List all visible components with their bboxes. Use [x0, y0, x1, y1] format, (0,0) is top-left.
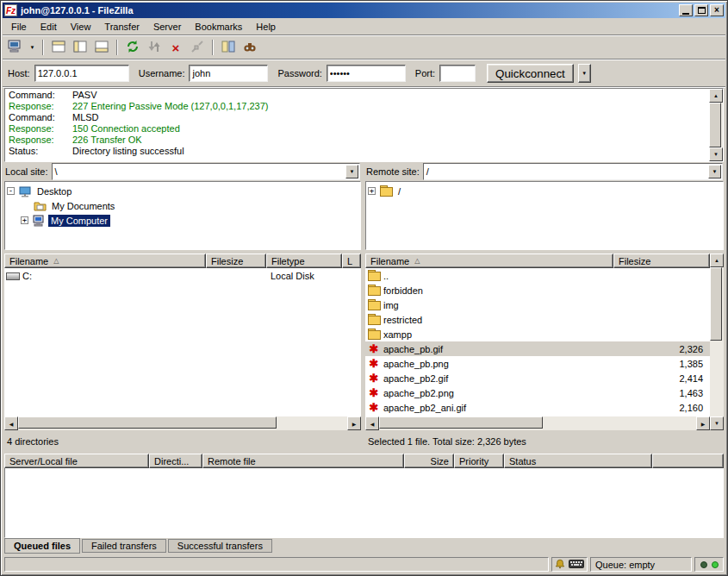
maximize-button[interactable] — [694, 4, 708, 16]
tab-successful-transfers[interactable]: Successful transfers — [168, 539, 272, 553]
quickconnect-dropdown-button[interactable]: ▼ — [578, 64, 591, 83]
scrollbar-track[interactable] — [18, 416, 347, 430]
list-item[interactable]: ✱apache_pb2.png1,463 — [365, 385, 710, 400]
column-header-lastmodified[interactable]: L — [342, 254, 361, 268]
disconnect-button[interactable] — [187, 38, 208, 57]
menu-bookmarks[interactable]: Bookmarks — [188, 20, 249, 34]
tree-item-root[interactable]: + / — [368, 184, 721, 198]
scroll-up-button[interactable]: ▲ — [710, 254, 724, 267]
expand-icon[interactable]: + — [21, 216, 28, 224]
port-label: Port: — [415, 68, 435, 78]
scrollbar-track[interactable] — [379, 416, 696, 430]
host-input[interactable] — [34, 65, 129, 82]
remote-site-label: Remote site: — [366, 166, 420, 177]
list-item[interactable]: forbidden — [365, 283, 710, 297]
list-item[interactable]: xampp — [365, 327, 710, 341]
tree-item-my-documents[interactable]: My Documents — [33, 198, 358, 213]
site-manager-button[interactable] — [5, 38, 26, 57]
scrollbar-thumb[interactable] — [710, 267, 722, 341]
scrollbar-track[interactable] — [710, 267, 724, 416]
list-item[interactable]: ✱apache_pb2.gif2,414 — [365, 371, 710, 385]
close-button[interactable]: × — [710, 4, 724, 16]
local-site-combobox[interactable]: \ ▼ — [52, 163, 360, 180]
list-item[interactable]: ✱apache_pb.png1,385 — [365, 356, 710, 371]
directory-comparison-button[interactable] — [218, 38, 239, 57]
log-scrollbar[interactable]: ▲ ▼ — [709, 89, 723, 161]
list-item[interactable]: .. — [365, 268, 710, 283]
scroll-down-button[interactable]: ▼ — [710, 416, 724, 430]
transfer-queue: Server/Local file Directi... Remote file… — [4, 454, 724, 538]
queue-toggle-button[interactable] — [91, 38, 112, 57]
column-header-filesize[interactable]: Filesize — [206, 254, 266, 268]
username-input[interactable] — [189, 65, 268, 82]
refresh-button[interactable] — [122, 38, 143, 57]
column-header-filename[interactable]: Filename△ — [365, 254, 613, 268]
password-input[interactable] — [327, 65, 406, 82]
port-input[interactable] — [439, 65, 476, 82]
scroll-left-button[interactable]: ◀ — [4, 416, 18, 430]
folder-icon — [367, 269, 381, 282]
scroll-down-button[interactable]: ▼ — [709, 147, 723, 161]
list-item[interactable]: restricted — [365, 312, 710, 327]
scroll-left-button[interactable]: ◀ — [365, 416, 379, 430]
column-header-filename[interactable]: Filename△ — [4, 254, 206, 268]
column-header-filesize[interactable]: Filesize — [613, 254, 710, 268]
tree-item-my-computer[interactable]: + My Computer — [21, 213, 358, 228]
site-manager-dropdown-button[interactable]: ▼ — [27, 38, 38, 57]
collapse-icon[interactable]: - — [7, 187, 15, 195]
tree-item-desktop[interactable]: - Desktop — [7, 184, 358, 198]
list-item[interactable]: C: Local Disk — [4, 268, 361, 283]
scroll-right-button[interactable]: ▶ — [696, 416, 710, 430]
menu-transfer[interactable]: Transfer — [97, 20, 146, 34]
column-header-priority[interactable]: Priority — [454, 454, 504, 468]
folder-icon — [367, 313, 381, 326]
list-item[interactable]: img — [365, 297, 710, 312]
list-item-selected[interactable]: ✱apache_pb.gif2,326 — [365, 341, 710, 356]
folder-icon — [379, 185, 393, 197]
scrollbar-thumb[interactable] — [709, 103, 721, 147]
scrollbar-track[interactable] — [709, 103, 723, 147]
statusbar-icons-panel — [551, 557, 588, 572]
list-item[interactable]: ✱apache_pb2_ani.gif2,160 — [365, 400, 710, 415]
combobox-dropdown-button[interactable]: ▼ — [708, 165, 721, 178]
documents-folder-icon — [33, 199, 47, 212]
column-header-status[interactable]: Status — [504, 454, 652, 468]
tab-failed-transfers[interactable]: Failed transfers — [82, 539, 166, 553]
menu-view[interactable]: View — [64, 20, 98, 34]
scrollbar-thumb[interactable] — [379, 416, 543, 429]
menu-file[interactable]: File — [4, 20, 34, 34]
cancel-button[interactable]: × — [165, 38, 186, 57]
expand-icon[interactable]: + — [368, 187, 376, 195]
tree-view-toggle-button[interactable] — [70, 38, 90, 57]
find-files-button[interactable] — [240, 38, 260, 57]
menu-edit[interactable]: Edit — [34, 20, 64, 34]
column-header-filetype[interactable]: Filetype — [266, 254, 342, 268]
filezilla-logo-icon: Fz — [4, 4, 17, 16]
quickconnect-button[interactable]: Quickconnect — [487, 64, 574, 83]
queue-body[interactable] — [4, 468, 724, 538]
tab-queued-files[interactable]: Queued files — [4, 538, 80, 554]
local-horizontal-scrollbar[interactable]: ◀ ▶ — [4, 416, 361, 430]
column-header-remote-file[interactable]: Remote file — [202, 454, 404, 468]
remote-site-combobox[interactable]: / ▼ — [423, 163, 723, 180]
remote-vertical-scrollbar[interactable]: ▲ ▼ — [710, 254, 724, 430]
process-queue-button[interactable] — [144, 38, 165, 57]
menu-server[interactable]: Server — [146, 20, 188, 34]
scroll-up-button[interactable]: ▲ — [709, 89, 723, 103]
message-log-toggle-button[interactable] — [48, 38, 69, 57]
combobox-dropdown-button[interactable]: ▼ — [345, 165, 358, 178]
column-header-server-local-file[interactable]: Server/Local file — [4, 454, 149, 468]
sort-ascending-icon: △ — [53, 257, 59, 265]
log-line: Status:Directory listing successful — [9, 146, 706, 157]
column-header-size[interactable]: Size — [404, 454, 454, 468]
scroll-right-button[interactable]: ▶ — [347, 416, 361, 430]
log-line: Response:227 Entering Passive Mode (127,… — [9, 101, 706, 112]
minimize-button[interactable] — [679, 4, 693, 16]
column-header-direction[interactable]: Directi... — [149, 454, 202, 468]
local-pane: Local site: \ ▼ - Desktop My Documents + — [4, 162, 361, 454]
log-line: Response:150 Connection accepted — [9, 123, 706, 135]
status-bar: Queue: empty — [3, 555, 725, 573]
menu-help[interactable]: Help — [249, 20, 283, 34]
remote-horizontal-scrollbar[interactable]: ◀ ▶ — [365, 416, 710, 430]
scrollbar-thumb[interactable] — [18, 416, 277, 429]
